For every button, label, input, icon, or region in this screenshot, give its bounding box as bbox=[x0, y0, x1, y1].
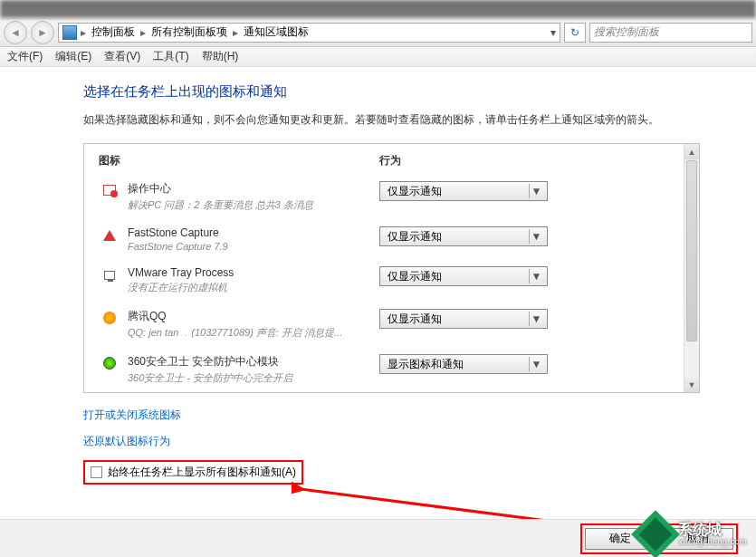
control-panel-icon bbox=[62, 25, 77, 40]
dropdown-value: 仅显示通知 bbox=[388, 229, 442, 245]
forward-button[interactable]: ► bbox=[31, 21, 54, 44]
chevron-down-icon: ▼ bbox=[529, 269, 543, 283]
menu-bar: 文件(F) 编辑(E) 查看(V) 工具(T) 帮助(H) bbox=[0, 47, 756, 67]
chevron-down-icon: ▼ bbox=[529, 312, 543, 326]
table-row: 操作中心解决PC 问题：2 条重要消息 总共3 条消息仅显示通知▼ bbox=[99, 174, 684, 219]
app-icon bbox=[99, 266, 120, 284]
checkbox-label: 始终在任务栏上显示所有图标和通知(A) bbox=[108, 465, 296, 480]
app-subtitle: 360安全卫士 - 安全防护中心完全开启 bbox=[128, 371, 379, 385]
chevron-down-icon: ▼ bbox=[529, 357, 543, 371]
table-row: VMware Tray Process没有正在运行的虚拟机仅显示通知▼ bbox=[99, 259, 684, 302]
app-name: 腾讯QQ bbox=[128, 309, 379, 324]
behavior-dropdown[interactable]: 仅显示通知▼ bbox=[379, 309, 548, 329]
panel-header: 图标 行为 bbox=[84, 144, 699, 174]
always-show-checkbox-row[interactable]: 始终在任务栏上显示所有图标和通知(A) bbox=[83, 460, 303, 485]
app-name: FastStone Capture bbox=[128, 226, 379, 239]
app-name: 操作中心 bbox=[128, 181, 379, 197]
menu-view[interactable]: 查看(V) bbox=[104, 49, 140, 64]
watermark: 系统城 xitongcheng.com bbox=[638, 517, 747, 552]
behavior-dropdown[interactable]: 仅显示通知▼ bbox=[379, 181, 548, 201]
panel-body: 操作中心解决PC 问题：2 条重要消息 总共3 条消息仅显示通知▼FastSto… bbox=[84, 174, 699, 399]
app-name: VMware Tray Process bbox=[128, 266, 379, 279]
page-title: 选择在任务栏上出现的图标和通知 bbox=[83, 83, 700, 101]
checkbox[interactable] bbox=[91, 466, 102, 478]
app-icon bbox=[99, 354, 120, 372]
svg-line-1 bbox=[301, 489, 554, 522]
watermark-text-cn: 系统城 bbox=[678, 522, 747, 538]
app-name: 360安全卫士 安全防护中心模块 bbox=[128, 354, 379, 370]
dropdown-value: 仅显示通知 bbox=[388, 312, 442, 327]
crumb-control-panel[interactable]: 控制面板 bbox=[90, 24, 137, 40]
chevron-down-icon: ▼ bbox=[529, 184, 543, 198]
link-system-icons[interactable]: 打开或关闭系统图标 bbox=[83, 408, 700, 423]
app-subtitle: 没有正在运行的虚拟机 bbox=[128, 281, 379, 294]
dropdown-value: 仅显示通知 bbox=[388, 184, 442, 199]
page-description: 如果选择隐藏图标和通知，则不会向您通知更改和更新。若要随时查看隐藏的图标，请单击… bbox=[83, 111, 700, 129]
icon-list-panel: 图标 行为 操作中心解决PC 问题：2 条重要消息 总共3 条消息仅显示通知▼F… bbox=[83, 143, 700, 393]
blurred-titlebar bbox=[0, 0, 756, 18]
scroll-thumb[interactable] bbox=[686, 160, 697, 341]
behavior-dropdown[interactable]: 仅显示通知▼ bbox=[379, 266, 548, 286]
dropdown-value: 仅显示通知 bbox=[388, 269, 442, 284]
behavior-dropdown[interactable]: 仅显示通知▼ bbox=[379, 226, 548, 246]
crumb-notification-icons[interactable]: 通知区域图标 bbox=[242, 24, 311, 40]
link-restore-defaults[interactable]: 还原默认图标行为 bbox=[83, 434, 700, 449]
search-placeholder: 搜索控制面板 bbox=[594, 24, 659, 40]
breadcrumb-bar[interactable]: ▸ 控制面板 ▸ 所有控制面板项 ▸ 通知区域图标 ▾ bbox=[58, 23, 560, 43]
chevron-right-icon: ▸ bbox=[139, 26, 148, 39]
watermark-text-en: xitongcheng.com bbox=[678, 538, 747, 547]
menu-file[interactable]: 文件(F) bbox=[7, 49, 43, 64]
app-subtitle: QQ: jen tan ﹒(1032771089) 声音: 开启 消息提... bbox=[128, 326, 379, 340]
scrollbar[interactable]: ▲ ▼ bbox=[684, 144, 699, 392]
scroll-up-button[interactable]: ▲ bbox=[684, 144, 699, 159]
refresh-button[interactable]: ↻ bbox=[564, 23, 586, 43]
table-row: FastStone CaptureFastStone Capture 7.9仅显… bbox=[99, 219, 684, 259]
app-subtitle: 解决PC 问题：2 条重要消息 总共3 条消息 bbox=[128, 198, 379, 212]
back-button[interactable]: ◄ bbox=[4, 21, 27, 44]
app-subtitle: FastStone Capture 7.9 bbox=[128, 241, 379, 252]
app-icon bbox=[99, 309, 120, 327]
navigation-bar: ◄ ► ▸ 控制面板 ▸ 所有控制面板项 ▸ 通知区域图标 ▾ ↻ 搜索控制面板 bbox=[0, 18, 756, 47]
behavior-dropdown[interactable]: 显示图标和通知▼ bbox=[379, 354, 548, 374]
table-row: 腾讯QQQQ: jen tan ﹒(1032771089) 声音: 开启 消息提… bbox=[99, 302, 684, 347]
scroll-down-button[interactable]: ▼ bbox=[684, 377, 699, 392]
main-content: 选择在任务栏上出现的图标和通知 如果选择隐藏图标和通知，则不会向您通知更改和更新… bbox=[0, 67, 756, 485]
menu-tools[interactable]: 工具(T) bbox=[153, 49, 188, 64]
chevron-right-icon: ▸ bbox=[231, 26, 240, 39]
search-input[interactable]: 搜索控制面板 bbox=[589, 23, 752, 43]
links-block: 打开或关闭系统图标 还原默认图标行为 bbox=[83, 408, 700, 449]
menu-edit[interactable]: 编辑(E) bbox=[55, 49, 91, 64]
watermark-logo-icon bbox=[638, 517, 673, 552]
chevron-down-icon: ▼ bbox=[529, 229, 543, 244]
app-icon bbox=[99, 226, 120, 245]
crumb-all-items[interactable]: 所有控制面板项 bbox=[149, 24, 229, 40]
dropdown-value: 显示图标和通知 bbox=[388, 357, 464, 372]
app-icon bbox=[99, 181, 120, 199]
chevron-right-icon: ▸ bbox=[79, 26, 88, 39]
table-row: 360安全卫士 安全防护中心模块360安全卫士 - 安全防护中心完全开启显示图标… bbox=[99, 347, 684, 392]
column-behavior-header: 行为 bbox=[379, 153, 684, 168]
column-icon-header: 图标 bbox=[99, 153, 379, 168]
chevron-down-icon[interactable]: ▾ bbox=[550, 26, 556, 39]
menu-help[interactable]: 帮助(H) bbox=[202, 49, 239, 64]
